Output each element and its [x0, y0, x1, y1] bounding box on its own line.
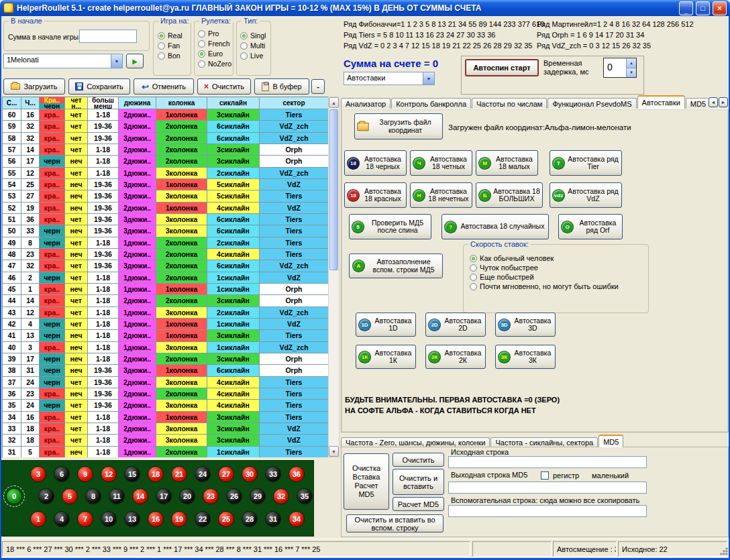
- close-button[interactable]: ×: [713, 1, 727, 15]
- radio-icon[interactable]: [470, 274, 477, 281]
- radio-icon[interactable]: [198, 40, 205, 48]
- scroll-up-button[interactable]: ▲: [329, 97, 339, 108]
- start-sum-input[interactable]: [79, 30, 137, 43]
- autobet-2d[interactable]: 2DАвтоставка 2D: [425, 313, 486, 337]
- table-row[interactable]: 315кра..неч1-181дюжи..2колонка1сиклайнTi…: [3, 447, 328, 457]
- table-row[interactable]: 6016кра..чет1-182дюжи..1колонка3сиклайнT…: [3, 109, 328, 121]
- table-row[interactable]: 3318кра..чет1-182дюжи..3колонка3сиклайнV…: [3, 423, 328, 435]
- tab-scroll-left-button[interactable]: ◄: [709, 97, 718, 107]
- autobets-combobox[interactable]: Автоставки ▼: [344, 72, 435, 85]
- maximize-button[interactable]: □: [696, 1, 710, 15]
- board-number-23[interactable]: 23: [203, 488, 219, 504]
- md5-clear-insert-helper-button[interactable]: Очистить и вставить во вспом. строку: [346, 514, 444, 533]
- board-number-30[interactable]: 30: [242, 466, 258, 482]
- board-number-13[interactable]: 13: [124, 511, 140, 527]
- table-row[interactable]: 3524чернчет19-362дюжи..3колонка4сиклайнT…: [3, 400, 328, 411]
- board-number-7[interactable]: 7: [77, 511, 93, 527]
- radio-icon[interactable]: [158, 52, 165, 60]
- play-button[interactable]: ▶: [126, 54, 144, 68]
- board-number-5[interactable]: 5: [62, 488, 78, 504]
- column-header[interactable]: сектор: [260, 97, 328, 109]
- radio-option-1[interactable]: Singl: [240, 32, 270, 40]
- radio-option-4[interactable]: NoZero: [198, 60, 233, 68]
- scroll-thumb[interactable]: [329, 109, 338, 270]
- table-row[interactable]: 5714кра..чет1-182дюжи..2колонка3сиклайнO…: [3, 144, 328, 156]
- autobet-row-orf[interactable]: OАвтоставка ряд Orf: [558, 214, 623, 239]
- minimize-button[interactable]: _: [679, 1, 693, 15]
- undo-button[interactable]: ↩Отменить: [134, 78, 194, 95]
- column-header[interactable]: сиклайн: [207, 97, 260, 109]
- radio-option-2[interactable]: Fan: [158, 42, 191, 50]
- tab-автоставки[interactable]: Автоставки: [637, 95, 685, 109]
- board-number-32[interactable]: 32: [273, 488, 289, 504]
- autospin-start-button[interactable]: Автоспин старт: [465, 59, 539, 76]
- radio-option-3[interactable]: Еще побыстрей: [470, 273, 648, 281]
- radio-icon[interactable]: [198, 50, 205, 58]
- board-number-35[interactable]: 35: [297, 488, 313, 504]
- table-row[interactable]: 4113черннеч1-182дюжи..1колонка3сиклайнTi…: [3, 330, 328, 341]
- md5-clear-paste-button[interactable]: Очистить и вставить: [393, 469, 444, 495]
- tab-частота-zero-шансы-дюжины-колонки[interactable]: Частота - Zero, шансы, дюжины, колонки: [341, 437, 490, 447]
- check-md5-after-spin[interactable]: 5Проверить МД5 после спина: [349, 214, 431, 239]
- autobet-1k[interactable]: 1КАвтоставка 1К: [356, 345, 416, 369]
- radio-icon[interactable]: [470, 264, 477, 272]
- table-row[interactable]: 3831черннеч19-363дюжи..1колонка6сиклайнO…: [3, 365, 328, 376]
- board-number-26[interactable]: 26: [226, 488, 242, 504]
- radio-option-1[interactable]: Real: [158, 32, 191, 40]
- board-number-21[interactable]: 21: [171, 466, 187, 482]
- table-row[interactable]: 5932кра..чет19-363дюжи..2колонка6сиклайн…: [3, 121, 328, 132]
- board-number-9[interactable]: 9: [77, 466, 93, 482]
- delay-spinner[interactable]: 0 ▲ ▼: [603, 58, 637, 78]
- autobet-18-random[interactable]: ?Автоставка 18 случайных: [441, 214, 549, 239]
- radio-option-2[interactable]: Multi: [240, 42, 270, 50]
- autobet-18-odd[interactable]: НАвтоставка 18 нечетных: [410, 182, 472, 208]
- table-row[interactable]: 462чернчет1-181дюжи..2колонка1сиклайнVdZ: [3, 272, 328, 284]
- column-header[interactable]: С...: [3, 97, 21, 109]
- resize-grip[interactable]: [719, 546, 728, 555]
- radio-icon[interactable]: [240, 42, 248, 50]
- delay-down-button[interactable]: ▼: [627, 68, 636, 78]
- table-row[interactable]: 424чернчет1-181дюжи..1колонка1сиклайнVdZ: [3, 319, 328, 330]
- board-number-31[interactable]: 31: [265, 511, 281, 527]
- radio-option-4[interactable]: Почти мгновенно, но могут быть ошибки: [470, 282, 648, 290]
- save-button[interactable]: Сохранить: [68, 78, 130, 95]
- delay-up-button[interactable]: ▲: [627, 58, 636, 68]
- radio-option-3[interactable]: Bon: [158, 52, 191, 60]
- board-number-33[interactable]: 33: [265, 466, 281, 482]
- radio-option-3[interactable]: Live: [240, 52, 270, 60]
- radio-option-2[interactable]: Чуток побыстрее: [470, 264, 648, 272]
- radio-icon[interactable]: [158, 32, 165, 40]
- table-row[interactable]: 3724чернчет19-362дюжи..3колонка4сиклайнT…: [3, 377, 328, 388]
- autobet-18-black[interactable]: 18Автоставка 18 черных: [344, 150, 407, 176]
- table-row[interactable]: 5832кра..чет19-363дюжи..2колонка6сиклайн…: [3, 133, 328, 144]
- autobet-2k[interactable]: 2КАвтоставка 2К: [425, 345, 486, 369]
- board-number-1[interactable]: 1: [30, 511, 46, 527]
- table-row[interactable]: 451кра..неч1-181дюжи..1колонка1сиклайнOr…: [3, 284, 328, 295]
- autobet-row-vdz[interactable]: vdzАвтоставка ряд VdZ: [550, 182, 622, 208]
- scroll-down-button[interactable]: ▼: [329, 446, 339, 457]
- autobet-3d[interactable]: 3DАвтоставка 3D: [495, 313, 556, 337]
- table-row[interactable]: 5617черннеч1-182дюжи..2колонка3сиклайнOr…: [3, 156, 328, 167]
- table-row[interactable]: 3416кра..чет1-182дюжи..1колонка3сиклайнT…: [3, 412, 328, 423]
- autofill-md5-button[interactable]: А Автозаполнение вспом. строки МД5: [349, 254, 443, 278]
- radio-icon[interactable]: [470, 255, 477, 262]
- board-number-22[interactable]: 22: [195, 511, 211, 527]
- column-header[interactable]: большменш: [88, 97, 119, 109]
- board-number-16[interactable]: 16: [148, 511, 164, 527]
- tab-анализатор[interactable]: Анализатор: [341, 98, 390, 109]
- buffer-button[interactable]: В буфер: [254, 78, 309, 95]
- radio-icon[interactable]: [158, 42, 165, 50]
- board-number-34[interactable]: 34: [289, 511, 305, 527]
- table-scrollbar[interactable]: ▲ ▼: [328, 97, 340, 457]
- table-row[interactable]: 5327кра..неч19-363дюжи..3колонка5сиклайн…: [3, 190, 328, 202]
- minus-button[interactable]: -: [311, 79, 325, 94]
- autobet-18-even[interactable]: ЧАвтоставка 18 четных: [410, 150, 472, 176]
- board-number-29[interactable]: 29: [250, 488, 266, 504]
- tab-md5[interactable]: MD5: [598, 435, 623, 447]
- board-number-4[interactable]: 4: [54, 511, 70, 527]
- autobet-1d[interactable]: 1DАвтоставка 1D: [356, 313, 416, 337]
- table-row[interactable]: 3917черннеч1-182дюжи..2колонка3сиклайнOr…: [3, 353, 328, 365]
- radio-icon[interactable]: [198, 30, 205, 38]
- autobet-18-small[interactable]: МАвтоставка 18 малых: [476, 150, 538, 176]
- table-row[interactable]: 3623кра..неч19-362дюжи..2колонка4сиклайн…: [3, 388, 328, 400]
